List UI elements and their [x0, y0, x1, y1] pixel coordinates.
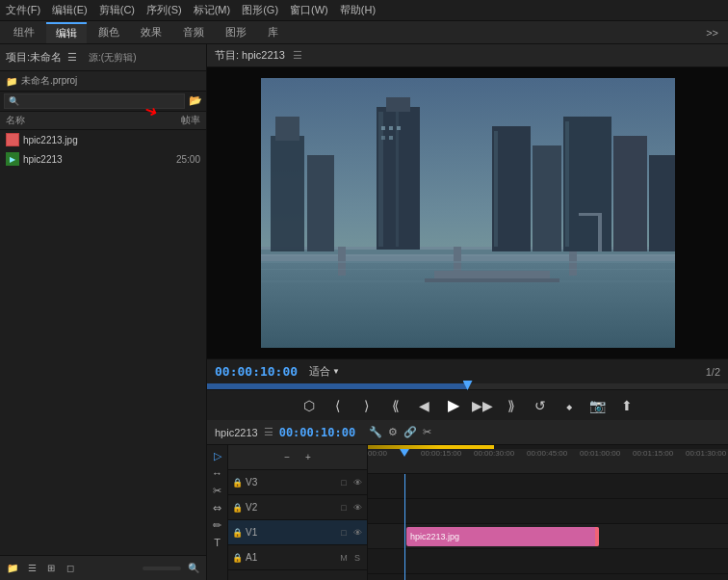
menu-edit[interactable]: 编辑(E) — [52, 3, 88, 17]
svg-rect-15 — [533, 145, 561, 251]
v3-lock-icon[interactable]: 🔒 — [232, 478, 243, 488]
add-marker-btn[interactable]: ⬥ — [559, 396, 579, 415]
menu-mark[interactable]: 标记(M) — [194, 3, 231, 17]
loop-btn[interactable]: ↺ — [531, 396, 550, 415]
v2-eye-icon[interactable]: 👁 — [351, 502, 363, 514]
zoom-out-btn[interactable]: − — [284, 452, 290, 462]
v2-controls: □ 👁 — [338, 502, 363, 514]
tool-razor[interactable]: ✂ — [211, 484, 224, 497]
go-to-out-btn[interactable]: ⟫ — [502, 396, 521, 415]
clip-right-handle[interactable] — [595, 527, 599, 546]
menu-sequence[interactable]: 序列(S) — [146, 3, 182, 17]
progress-bar[interactable] — [207, 383, 728, 389]
a1-solo-icon[interactable]: S — [351, 552, 363, 564]
page-indicator: 1/2 — [706, 366, 720, 378]
timeline-content: 00:00 00:00:15:00 00:00:30:00 00:00:45:0… — [368, 445, 728, 580]
search-bar: 🔍 📂 — [0, 92, 206, 112]
v1-label: V1 — [246, 527, 335, 538]
preview-menu-icon[interactable]: ☰ — [293, 49, 302, 62]
tool-ripple[interactable]: ↔ — [211, 466, 224, 480]
tab-color[interactable]: 颜色 — [89, 22, 129, 43]
svg-rect-12 — [378, 112, 383, 247]
tab-edit[interactable]: 编辑 — [46, 22, 87, 43]
file-dur-seq: 25:00 — [166, 154, 200, 165]
frame-back-btn[interactable]: ⟨ — [328, 396, 348, 415]
zoom-in-btn[interactable]: + — [305, 452, 311, 462]
menu-help[interactable]: 帮助(H) — [340, 3, 376, 17]
timeline-tracks-area: hpic2213.jpg — [368, 474, 728, 580]
svg-rect-22 — [389, 126, 393, 130]
tab-graphics[interactable]: 图形 — [216, 22, 256, 43]
tab-library[interactable]: 库 — [258, 22, 288, 43]
new-bin-btn[interactable]: 📁 — [6, 562, 19, 575]
preview-area: 节目: hpic2213 ☰ — [207, 44, 728, 420]
timeline-tool-2[interactable]: ⚙ — [388, 426, 398, 438]
timeline-menu-icon[interactable]: ☰ — [264, 426, 273, 438]
a1-mute-icon[interactable]: M — [338, 552, 350, 564]
v2-lock-icon[interactable]: 🔒 — [232, 503, 243, 513]
v3-toggle-icon[interactable]: □ — [338, 477, 350, 488]
a1-lock-icon[interactable]: 🔒 — [232, 553, 243, 563]
icon-view-btn[interactable]: ⊞ — [44, 562, 58, 575]
go-to-in-btn[interactable]: ⟪ — [386, 396, 405, 415]
tab-components[interactable]: 组件 — [4, 22, 44, 43]
timeline-tool-3[interactable]: 🔗 — [403, 426, 417, 438]
v1-lock-icon[interactable]: 🔒 — [232, 528, 243, 538]
panel-bottom-bar: 📁 ☰ ⊞ ◻ 🔍 — [0, 555, 206, 580]
preview-timecode-bar: 00:00:10:00 适合 ▼ 1/2 — [207, 358, 728, 383]
export-btn[interactable]: ⬆ — [617, 396, 637, 415]
play-btn[interactable]: ▶ — [444, 396, 463, 415]
mark-in-btn[interactable]: ⬡ — [299, 396, 319, 415]
panel-menu-icon[interactable]: ☰ — [67, 51, 77, 64]
svg-rect-26 — [261, 261, 675, 263]
svg-rect-8 — [275, 117, 299, 141]
timeline-tool-4[interactable]: ✂ — [423, 426, 431, 438]
track-headers: − + 🔒 V3 □ 👁 — [228, 445, 368, 580]
step-fwd-btn[interactable]: ▶▶ — [473, 396, 492, 415]
menu-clip[interactable]: 剪辑(C) — [99, 3, 135, 17]
tab-audio[interactable]: 音频 — [173, 22, 214, 43]
a1-label: A1 — [246, 552, 335, 563]
search-bottom-icon[interactable]: 🔍 — [187, 562, 200, 575]
tool-slip[interactable]: ⇔ — [211, 501, 224, 514]
v3-eye-icon[interactable]: 👁 — [351, 477, 363, 488]
ruler-5: 00:01:15:00 — [633, 449, 673, 458]
freeform-btn[interactable]: ◻ — [64, 562, 77, 575]
tab-effects[interactable]: 效果 — [131, 22, 171, 43]
svg-rect-29 — [434, 271, 550, 278]
file-item-jpg[interactable]: hpic2213.jpg — [0, 130, 206, 149]
list-view-btn[interactable]: ☰ — [25, 562, 39, 575]
track-ruler-controls: − + — [228, 445, 367, 470]
svg-rect-24 — [381, 136, 385, 140]
v2-toggle-icon[interactable]: □ — [338, 502, 350, 514]
frame-fwd-btn[interactable]: ⟩ — [357, 396, 377, 415]
tool-select[interactable]: ▷ — [211, 449, 224, 462]
tool-type[interactable]: T — [211, 536, 224, 549]
tool-pen[interactable]: ✏ — [211, 518, 224, 532]
v1-eye-icon[interactable]: 👁 — [351, 527, 363, 539]
v1-toggle-icon[interactable]: □ — [338, 527, 350, 539]
file-item-seq[interactable]: ▶ hpic2213 25:00 — [0, 149, 206, 169]
menu-graphics[interactable]: 图形(G) — [242, 3, 278, 17]
ruler-2: 00:00:30:00 — [474, 449, 514, 458]
v3-controls: □ 👁 — [338, 477, 363, 488]
menu-file[interactable]: 文件(F) — [6, 3, 40, 17]
timeline-tool-1[interactable]: 🔧 — [369, 426, 382, 438]
search-icon: 🔍 — [9, 96, 19, 106]
fit-chevron: ▼ — [332, 367, 340, 376]
ruler-6: 00:01:30:00 — [686, 449, 726, 458]
svg-rect-32 — [579, 213, 602, 216]
menu-window[interactable]: 窗口(W) — [290, 3, 328, 17]
step-back-btn[interactable]: ◀ — [415, 396, 434, 415]
fit-dropdown[interactable]: 适合 ▼ — [309, 364, 340, 379]
ruler-1: 00:00:15:00 — [421, 449, 461, 458]
timeline-left-tools: ▷ ↔ ✂ ⇔ ✏ T — [207, 445, 228, 580]
tab-more[interactable]: >> — [700, 27, 724, 39]
left-panel: 项目:未命名 ☰ 源:(无剪辑) 📁 未命名.prproj 🔍 📂 ➜ 名 — [0, 44, 207, 580]
camera-btn[interactable]: 📷 — [588, 396, 608, 415]
slider-bar[interactable] — [143, 567, 181, 570]
timeline-ruler[interactable]: 00:00 00:00:15:00 00:00:30:00 00:00:45:0… — [368, 449, 728, 474]
clip-hpic2213[interactable]: hpic2213.jpg — [406, 527, 599, 546]
svg-rect-11 — [386, 97, 410, 112]
new-bin-icon[interactable]: 📂 — [189, 94, 202, 106]
